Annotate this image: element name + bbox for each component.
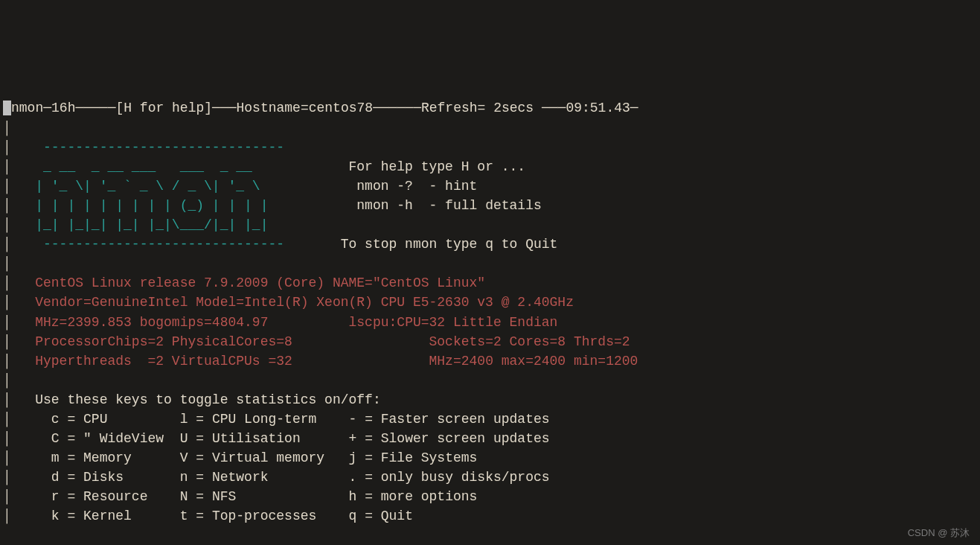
hostname-label: Hostname=	[236, 101, 308, 115]
logo-line-4: |_| |_|_| |_| |_|\___/|_| |_|	[11, 217, 292, 232]
version: 16h	[51, 101, 75, 115]
sysinfo-line-3b: lscpu:CPU=32 Little Endian	[349, 315, 558, 330]
refresh-value: 2secs	[493, 101, 534, 115]
sysinfo-line-5a: Hyperthreads =2 VirtualCPUs =32	[35, 354, 292, 369]
toggle-c3: + = Slower screen updates	[349, 431, 550, 446]
terminal-window[interactable]: nmon─16h─────[H for help]───Hostname=cen…	[0, 77, 980, 527]
toggle-c2: n = Network	[180, 470, 341, 485]
logo-dash-bottom: ------------------------------	[11, 237, 284, 252]
logo-line-3: | | | | | | | | | (_) | | | |	[11, 198, 292, 213]
sysinfo-line-2: Vendor=GenuineIntel Model=Intel(R) Xeon(…	[35, 295, 574, 310]
toggle-c2: N = NFS	[180, 489, 341, 504]
toggle-c1: c = CPU	[35, 412, 172, 427]
hostname: centos78	[309, 101, 373, 115]
toggle-c2: U = Utilisation	[180, 431, 341, 446]
help-line-3: nmon -h - full details	[349, 198, 542, 213]
toggle-c3: - = Faster screen updates	[349, 412, 550, 427]
toggle-row: k = Kernel t = Top-processes q = Quit	[35, 509, 413, 523]
time: 09:51.43	[566, 101, 630, 115]
logo-dash-top: ------------------------------	[11, 140, 284, 155]
watermark: CSDN @ 苏沐	[908, 526, 970, 541]
toggle-c3: j = File Systems	[349, 450, 478, 465]
toggle-c1: C = " WideView	[35, 431, 172, 446]
toggle-row: d = Disks n = Network . = only busy disk…	[35, 470, 549, 485]
help-line-1: For help type H or ...	[349, 159, 526, 174]
toggle-c3: h = more options	[349, 489, 478, 504]
toggle-heading: Use these keys to toggle statistics on/o…	[35, 392, 380, 407]
toggle-c1: m = Memory	[35, 450, 172, 465]
toggle-row: c = CPU l = CPU Long-term - = Faster scr…	[35, 412, 549, 427]
toggle-c1: k = Kernel	[35, 509, 172, 523]
toggle-c1: d = Disks	[35, 470, 172, 485]
help-hint: [H for help]	[115, 101, 212, 115]
sysinfo-line-5b: MHz=2400 max=2400 min=1200	[429, 354, 638, 369]
logo-line-2: | '_ \| '_ ` _ \ / _ \| '_ \	[11, 179, 292, 194]
toggle-c3: q = Quit	[349, 509, 413, 523]
toggle-row: m = Memory V = Virtual memory j = File S…	[35, 450, 477, 465]
sysinfo-line-3a: MHz=2399.853 bogomips=4804.97	[35, 315, 268, 330]
toggle-c2: t = Top-processes	[180, 509, 341, 523]
toggle-c1: r = Resource	[35, 489, 172, 504]
header-line: nmon─16h─────[H for help]───Hostname=cen…	[3, 101, 638, 115]
cursor	[3, 101, 11, 115]
toggle-row: r = Resource N = NFS h = more options	[35, 489, 477, 504]
toggle-c3: . = only busy disks/procs	[349, 470, 550, 485]
toggle-c2: V = Virtual memory	[180, 450, 341, 465]
logo-line-1: _ __ _ __ ___ ___ _ __	[11, 159, 292, 174]
help-line-2: nmon -? - hint	[349, 179, 478, 194]
sysinfo-line-4a: ProcessorChips=2 PhysicalCores=8	[35, 334, 292, 349]
sysinfo-line-4b: Sockets=2 Cores=8 Thrds=2	[429, 334, 630, 349]
sysinfo-line-1: CentOS Linux release 7.9.2009 (Core) NAM…	[35, 275, 485, 290]
refresh-label: Refresh=	[421, 101, 493, 115]
toggle-row: C = " WideView U = Utilisation + = Slowe…	[35, 431, 549, 446]
app-name: nmon	[11, 101, 43, 115]
toggle-c2: l = CPU Long-term	[180, 412, 341, 427]
help-line-4: To stop nmon type q to Quit	[341, 237, 558, 252]
